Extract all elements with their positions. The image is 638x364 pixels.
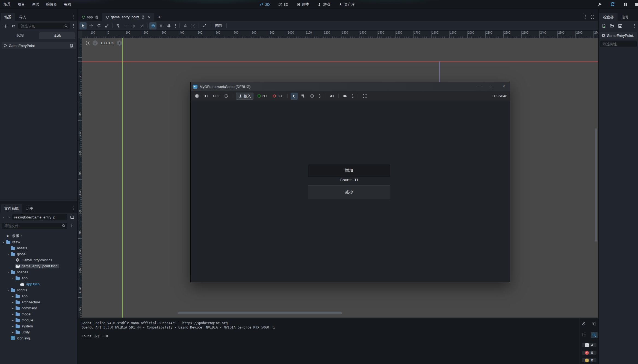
center-view-icon[interactable]	[86, 41, 90, 45]
ruler-tool[interactable]	[138, 22, 145, 29]
embed-options-icon[interactable]	[351, 94, 355, 98]
fs-tree-item[interactable]: ▸utility	[0, 329, 77, 335]
fs-tree-item[interactable]: ▾scenes	[0, 269, 77, 275]
tab-inspector[interactable]: 检查器	[599, 13, 618, 21]
tab-filesystem[interactable]: 文件系统	[1, 204, 22, 213]
focus-selection-icon[interactable]	[309, 93, 316, 100]
scale-tool[interactable]	[103, 22, 110, 29]
tree-arrow-icon[interactable]: ▸	[11, 319, 15, 322]
search-output-icon[interactable]	[591, 332, 598, 338]
remote-button[interactable]: 远程	[2, 32, 38, 39]
tree-arrow-icon[interactable]: ▸	[11, 331, 15, 334]
menu-help[interactable]: 帮助	[60, 0, 75, 9]
fs-tree-item[interactable]: ▸model	[0, 311, 77, 317]
fs-tree-item[interactable]: ▾app	[0, 275, 77, 281]
scene-filter-input[interactable]	[20, 24, 63, 28]
game-window-titlebar[interactable]: MyGFrameworkGame (DEBUG) — □ ×	[191, 82, 510, 91]
move-tool[interactable]	[87, 22, 94, 29]
embed-game-icon[interactable]	[342, 93, 349, 100]
snap-menu-icon[interactable]	[173, 24, 178, 28]
tree-arrow-icon[interactable]: ▸	[11, 307, 15, 310]
pause-game-icon[interactable]	[622, 1, 629, 8]
restart-game-icon[interactable]	[609, 1, 616, 8]
camera-3d-button[interactable]: 3D	[271, 93, 284, 100]
tree-arrow-icon[interactable]: ▸	[11, 295, 15, 298]
new-scene-tab-button[interactable]: +	[154, 13, 165, 21]
collapse-messages-icon[interactable]	[581, 332, 588, 339]
zoom-out-button[interactable]: −	[93, 40, 98, 46]
grid-snap-icon[interactable]	[165, 22, 172, 29]
file-filter-input[interactable]	[4, 224, 60, 228]
fs-tree-item[interactable]: ▸app	[0, 293, 77, 299]
nav-script[interactable]: 脚本	[296, 2, 309, 7]
fs-tree-item[interactable]: 收藏：	[0, 233, 77, 239]
move-pivot-tool[interactable]	[122, 22, 129, 29]
nav-3d[interactable]: 3D	[278, 2, 288, 7]
load-resource-icon[interactable]	[609, 22, 616, 29]
select-options-icon[interactable]	[318, 94, 322, 98]
fs-tree-item[interactable]: ▸architecture	[0, 299, 77, 305]
zoom-in-button[interactable]: +	[117, 40, 122, 46]
snap-options-icon[interactable]	[149, 22, 156, 29]
back-icon[interactable]: ‹	[2, 215, 6, 219]
scene-tree-root-node[interactable]: GameEntryPoint	[2, 42, 76, 49]
fs-tree-item[interactable]: ▾res://	[0, 239, 77, 245]
horizontal-scrollbar[interactable]	[178, 312, 342, 314]
split-view-icon[interactable]	[69, 214, 76, 221]
save-resource-icon[interactable]	[617, 22, 624, 29]
menu-project[interactable]: 项目	[14, 0, 28, 9]
fs-tree-item[interactable]: GameEntryPoint.cs	[0, 257, 77, 263]
rotate-tool[interactable]	[95, 22, 102, 29]
tab-signals[interactable]: 信号	[618, 13, 632, 21]
mute-audio-icon[interactable]	[328, 93, 335, 100]
sort-files-icon[interactable]	[69, 222, 76, 229]
close-button[interactable]: ×	[498, 82, 510, 91]
expand-viewport-icon[interactable]	[589, 13, 596, 20]
camera-2d-button[interactable]: 2D	[255, 93, 269, 100]
list-select-tool[interactable]	[114, 22, 122, 29]
increase-button[interactable]: 增加	[308, 164, 390, 177]
tab-import[interactable]: 导入	[15, 13, 30, 21]
lock-icon[interactable]	[182, 22, 189, 29]
speed-multiplier[interactable]: 1.0×	[211, 94, 221, 98]
suspend-icon[interactable]	[193, 93, 200, 100]
tab-list-icon[interactable]	[583, 15, 587, 19]
vertical-scrollbar[interactable]	[595, 128, 597, 242]
scene-tab-game-entry-point[interactable]: game_entry_point ×	[102, 13, 154, 21]
pan-tool[interactable]	[130, 22, 137, 29]
stop-game-icon[interactable]	[635, 3, 638, 6]
tree-arrow-icon[interactable]: ▾	[2, 241, 5, 244]
fs-tree-item[interactable]: ▸command	[0, 305, 77, 311]
filesystem-options-icon[interactable]	[71, 206, 75, 211]
tree-arrow-icon[interactable]: ▸	[11, 313, 15, 316]
select-tool[interactable]	[79, 22, 87, 29]
decrease-button[interactable]: 减少	[308, 185, 390, 199]
menu-debug[interactable]: 调试	[28, 0, 43, 9]
tree-arrow-icon[interactable]: ▾	[6, 289, 10, 292]
message-count-badge[interactable]: ! 4	[582, 343, 596, 347]
select-mode-icon[interactable]	[291, 93, 298, 100]
local-button[interactable]: 本地	[39, 32, 75, 39]
maximize-button[interactable]: □	[486, 82, 498, 91]
nav-2d[interactable]: 2D	[259, 2, 270, 7]
menu-editor[interactable]: 编辑器	[43, 0, 60, 9]
add-node-button[interactable]	[2, 22, 9, 29]
minimize-button[interactable]: —	[474, 82, 486, 91]
edited-object[interactable]: GameEntryPoint.	[600, 32, 637, 39]
tree-arrow-icon[interactable]: ▸	[11, 301, 15, 304]
attached-script-icon[interactable]	[69, 44, 73, 48]
scene-tab-app[interactable]: app	[78, 13, 102, 21]
dock-options-icon[interactable]	[71, 15, 75, 19]
fs-tree-item[interactable]: game_entry_point.tscn	[0, 263, 77, 269]
close-tab-icon[interactable]: ×	[148, 15, 150, 19]
inspector-options-icon[interactable]	[632, 24, 636, 28]
tree-arrow-icon[interactable]: ▾	[11, 277, 15, 280]
group-icon[interactable]	[190, 22, 197, 29]
smart-snap-icon[interactable]	[157, 22, 164, 29]
forward-icon[interactable]: ›	[7, 215, 11, 219]
list-select-mode-icon[interactable]	[300, 93, 307, 100]
fs-tree-item[interactable]: app.tscn	[0, 281, 77, 287]
fs-tree-item[interactable]: icon.svg	[0, 335, 77, 341]
fs-tree-item[interactable]: ▸module	[0, 317, 77, 323]
scene-tree-options-icon[interactable]	[71, 24, 76, 28]
